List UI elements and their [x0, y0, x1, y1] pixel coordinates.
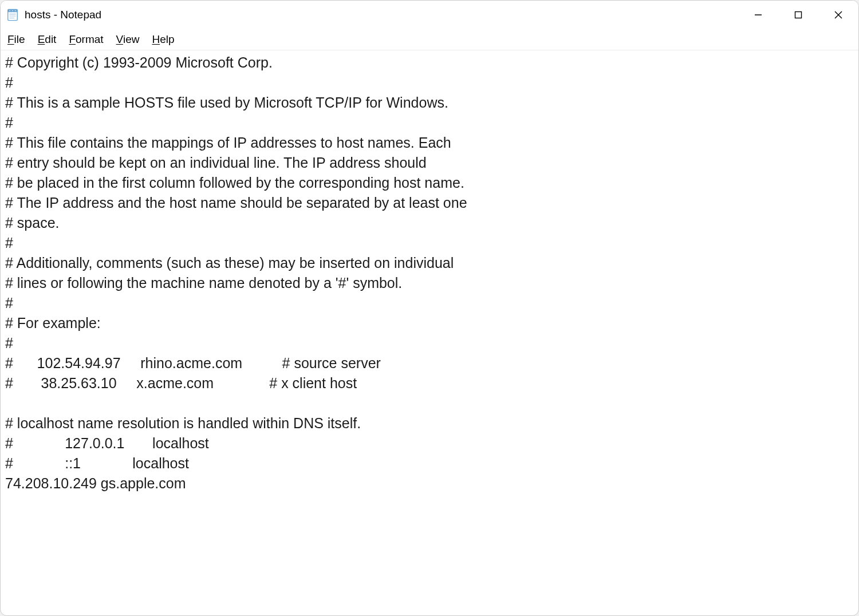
window-controls	[738, 1, 858, 29]
minimize-button[interactable]	[738, 1, 778, 29]
close-button[interactable]	[818, 1, 858, 29]
titlebar: hosts - Notepad	[1, 1, 858, 29]
menu-view[interactable]: View	[116, 33, 140, 46]
svg-point-3	[12, 10, 13, 11]
editor-content[interactable]: # Copyright (c) 1993-2009 Microsoft Corp…	[5, 53, 854, 493]
editor-area[interactable]: # Copyright (c) 1993-2009 Microsoft Corp…	[1, 50, 858, 615]
menu-help[interactable]: Help	[152, 33, 174, 46]
menu-file[interactable]: File	[7, 33, 25, 46]
svg-rect-9	[795, 12, 802, 18]
menu-format[interactable]: Format	[69, 33, 103, 46]
notepad-icon	[6, 9, 19, 21]
notepad-window: hosts - Notepad File Edit Format View He…	[0, 0, 859, 616]
svg-point-2	[9, 10, 10, 11]
maximize-button[interactable]	[778, 1, 818, 29]
titlebar-left: hosts - Notepad	[6, 9, 101, 21]
svg-point-4	[15, 10, 16, 11]
menu-edit[interactable]: Edit	[38, 33, 57, 46]
window-title: hosts - Notepad	[25, 9, 101, 21]
menubar: File Edit Format View Help	[1, 29, 858, 50]
